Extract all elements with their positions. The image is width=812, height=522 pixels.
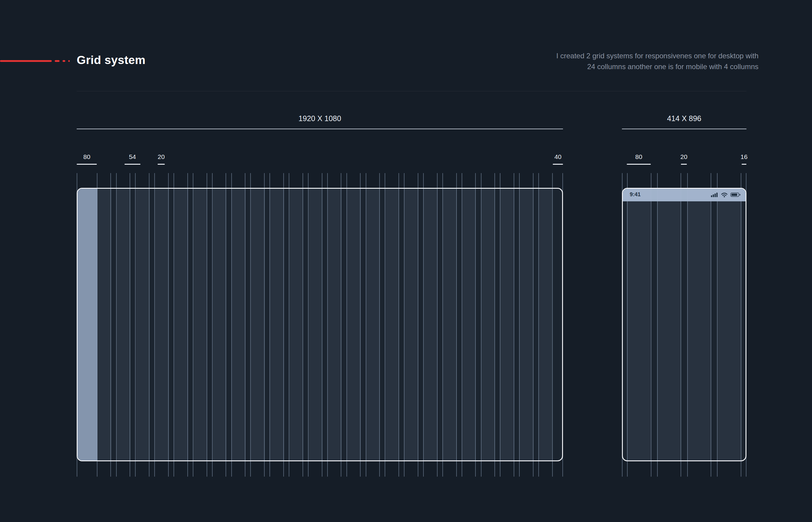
accent-line <box>0 60 70 62</box>
measurement-label: 16 <box>740 153 747 160</box>
wifi-icon <box>721 192 728 197</box>
grid-col <box>423 188 438 461</box>
grid-col <box>309 188 323 461</box>
grid-col <box>404 188 418 461</box>
mobile-measurements-ruler: 802016 <box>622 153 747 173</box>
grid-col <box>193 188 208 461</box>
status-icons <box>711 192 740 197</box>
mobile-grid-area: 9:41 <box>622 173 747 477</box>
grid-gutter <box>246 188 251 461</box>
grid-col <box>155 188 169 461</box>
grid-gutter <box>265 188 270 461</box>
grid-gutter <box>112 188 117 461</box>
grid-col <box>136 188 150 461</box>
grid-col <box>289 188 304 461</box>
measurement-20: 20 <box>681 153 687 165</box>
grid-gutter <box>169 188 174 461</box>
grid-col <box>627 188 651 461</box>
grid-col <box>251 188 265 461</box>
accent-line-dash <box>62 60 65 62</box>
grid-gutter <box>188 188 193 461</box>
grid-gutter <box>342 188 347 461</box>
measurement-16: 16 <box>742 153 747 165</box>
grid-gutter <box>476 188 481 461</box>
grid-col <box>687 188 711 461</box>
measurement-underline <box>77 164 97 165</box>
grid-gutter <box>380 188 385 461</box>
accent-line-solid <box>0 60 52 62</box>
measurement-underline <box>681 164 687 165</box>
grid-margin-right <box>742 188 747 461</box>
page-description: I created 2 grid systems for responsiven… <box>556 51 758 72</box>
measurement-label: 80 <box>635 153 642 160</box>
measurement-label: 20 <box>158 153 165 160</box>
grid-gutter <box>534 188 539 461</box>
grid-margin-right <box>553 188 563 461</box>
grid-gutter <box>651 188 657 461</box>
measurement-40: 40 <box>553 153 563 165</box>
desktop-measurements-ruler: 80542040 <box>77 153 563 173</box>
accent-line-dash <box>68 60 70 62</box>
mobile-frame: 9:41 <box>622 188 747 461</box>
grid-gutter <box>495 188 500 461</box>
mobile-status-bar: 9:41 <box>622 188 747 201</box>
grid-col <box>328 188 342 461</box>
grid-col <box>97 188 112 461</box>
desktop-dimension-underline <box>77 128 563 129</box>
measurement-label: 80 <box>83 153 90 160</box>
description-line-1: I created 2 grid systems for responsiven… <box>556 52 758 60</box>
grid-margin-left <box>622 188 627 461</box>
battery-icon <box>731 192 740 197</box>
description-line-2: 24 collumns another one is for mobile wi… <box>587 62 758 71</box>
grid-col <box>117 188 131 461</box>
grid-gutter <box>399 188 404 461</box>
grid-col <box>213 188 227 461</box>
grid-col <box>385 188 399 461</box>
grid-col <box>718 188 742 461</box>
cellular-signal-icon <box>711 192 718 197</box>
measurement-underline <box>742 164 747 165</box>
grid-gutter <box>514 188 519 461</box>
grid-gutter <box>418 188 423 461</box>
measurement-underline <box>627 164 651 165</box>
accent-line-dash <box>55 60 60 62</box>
grid-gutter <box>361 188 366 461</box>
grid-col <box>443 188 457 461</box>
measurement-80: 80 <box>627 153 651 165</box>
grid-col <box>500 188 514 461</box>
grid-col <box>366 188 380 461</box>
grid-gutter <box>303 188 308 461</box>
grid-col <box>657 188 681 461</box>
grid-col <box>462 188 476 461</box>
desktop-grid-area <box>77 173 563 477</box>
measurement-label: 40 <box>554 153 561 160</box>
grid-gutter <box>681 188 687 461</box>
grid-gutter <box>284 188 289 461</box>
measurement-underline <box>553 164 563 165</box>
grid-gutter <box>150 188 155 461</box>
measurement-label: 20 <box>680 153 687 160</box>
desktop-column-fills <box>77 188 563 461</box>
grid-gutter <box>457 188 462 461</box>
measurement-54: 54 <box>124 153 140 165</box>
mobile-column-fills <box>622 188 747 461</box>
status-time: 9:41 <box>630 192 641 198</box>
grid-gutter <box>207 188 212 461</box>
header-divider <box>77 91 747 92</box>
desktop-dimension-label: 1920 X 1080 <box>77 114 563 123</box>
grid-gutter <box>323 188 328 461</box>
measurement-80: 80 <box>77 153 97 165</box>
grid-col <box>232 188 246 461</box>
measurement-label: 54 <box>129 153 136 160</box>
grid-gutter <box>438 188 443 461</box>
grid-col <box>519 188 534 461</box>
grid-margin-left <box>77 188 97 461</box>
mobile-dimension-underline <box>622 128 747 129</box>
measurement-underline <box>158 164 165 165</box>
measurement-underline <box>124 164 140 165</box>
mobile-dimension-label: 414 X 896 <box>622 114 747 123</box>
grid-col <box>347 188 361 461</box>
desktop-frame <box>77 188 563 461</box>
grid-gutter <box>131 188 136 461</box>
grid-gutter <box>711 188 717 461</box>
